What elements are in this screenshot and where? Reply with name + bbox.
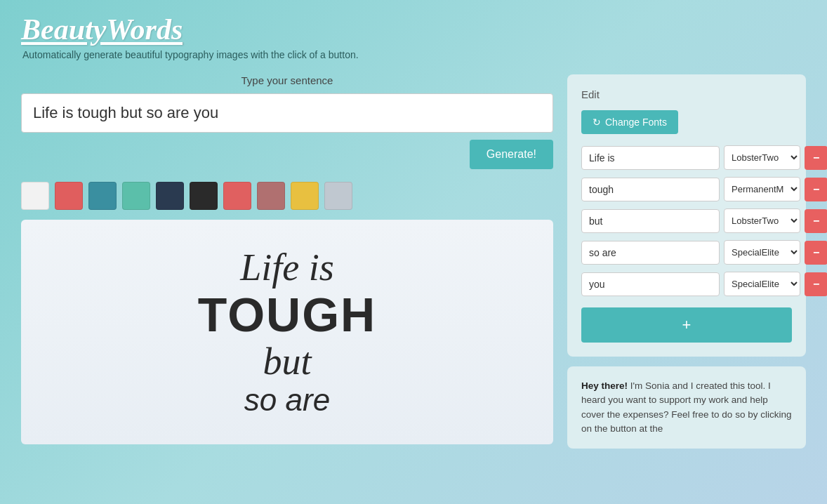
- word-input-3[interactable]: [581, 241, 720, 265]
- color-swatch-lightgray[interactable]: [324, 182, 352, 210]
- word-input-2[interactable]: [581, 209, 720, 233]
- preview-line-3: but: [198, 341, 376, 383]
- preview-area: Life is TOUGH but so are: [21, 220, 553, 444]
- color-swatch-navy[interactable]: [156, 182, 184, 210]
- add-word-button[interactable]: +: [581, 307, 792, 343]
- color-swatch-yellow[interactable]: [291, 182, 319, 210]
- sentence-label: Type your sentence: [21, 74, 553, 86]
- preview-line-1: Life is: [198, 247, 376, 289]
- edit-card: Edit ↻ Change Fonts LobsterTwoPermanentM…: [567, 74, 806, 357]
- main-layout: Type your sentence Generate! Life is TOU…: [0, 74, 827, 463]
- color-swatch-mint[interactable]: [122, 182, 150, 210]
- word-input-0[interactable]: [581, 146, 720, 170]
- app-logo: BeautyWords: [21, 13, 806, 46]
- generate-button[interactable]: Generate!: [470, 140, 553, 169]
- info-card: Hey there! I'm Sonia and I created this …: [567, 366, 806, 449]
- app-subtitle: Automatically generate beautiful typogra…: [21, 49, 806, 60]
- color-swatch-mauve[interactable]: [257, 182, 285, 210]
- remove-word-button-3[interactable]: −: [805, 241, 827, 265]
- word-row: LobsterTwoPermanentMSpecialEliteLobsterO…: [581, 272, 792, 296]
- remove-word-button-1[interactable]: −: [805, 178, 827, 201]
- font-select-2[interactable]: LobsterTwoPermanentMSpecialEliteLobsterO…: [724, 208, 800, 233]
- generate-row: Generate!: [21, 140, 553, 169]
- remove-word-button-4[interactable]: −: [805, 272, 827, 296]
- word-rows-container: LobsterTwoPermanentMSpecialEliteLobsterO…: [581, 145, 792, 296]
- color-swatch-white[interactable]: [21, 182, 49, 210]
- color-swatches: [21, 182, 553, 210]
- color-swatch-coral[interactable]: [55, 182, 83, 210]
- change-fonts-button[interactable]: ↻ Change Fonts: [581, 110, 678, 134]
- preview-line-4: so are: [198, 383, 376, 417]
- left-panel: Type your sentence Generate! Life is TOU…: [21, 74, 553, 449]
- font-select-4[interactable]: LobsterTwoPermanentMSpecialEliteLobsterO…: [724, 272, 800, 296]
- word-row: LobsterTwoPermanentMSpecialEliteLobsterO…: [581, 177, 792, 201]
- color-swatch-dark[interactable]: [190, 182, 218, 210]
- color-swatch-salmon[interactable]: [223, 182, 251, 210]
- word-row: LobsterTwoPermanentMSpecialEliteLobsterO…: [581, 240, 792, 265]
- color-swatch-teal[interactable]: [88, 182, 117, 210]
- right-panel: Edit ↻ Change Fonts LobsterTwoPermanentM…: [567, 74, 806, 449]
- word-input-4[interactable]: [581, 272, 720, 296]
- word-row: LobsterTwoPermanentMSpecialEliteLobsterO…: [581, 145, 792, 170]
- refresh-icon: ↻: [593, 117, 601, 128]
- change-fonts-label: Change Fonts: [605, 117, 667, 128]
- font-select-1[interactable]: LobsterTwoPermanentMSpecialEliteLobsterO…: [724, 177, 800, 201]
- hey-label: Hey there!: [581, 380, 628, 391]
- word-row: LobsterTwoPermanentMSpecialEliteLobsterO…: [581, 208, 792, 233]
- edit-title: Edit: [581, 88, 792, 100]
- remove-word-button-0[interactable]: −: [805, 146, 827, 170]
- header: BeautyWords Automatically generate beaut…: [0, 0, 827, 67]
- font-select-3[interactable]: LobsterTwoPermanentMSpecialEliteLobsterO…: [724, 240, 800, 265]
- sentence-input[interactable]: [21, 93, 553, 133]
- preview-text: Life is TOUGH but so are: [184, 233, 390, 431]
- font-select-0[interactable]: LobsterTwoPermanentMSpecialEliteLobsterO…: [724, 145, 800, 170]
- remove-word-button-2[interactable]: −: [805, 209, 827, 233]
- preview-line-2: TOUGH: [198, 289, 376, 341]
- word-input-1[interactable]: [581, 178, 720, 201]
